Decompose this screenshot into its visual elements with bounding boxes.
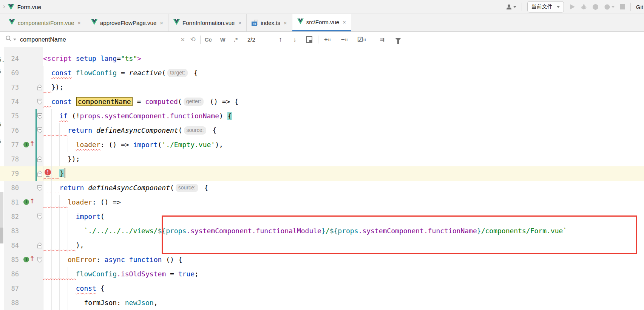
run-with-coverage-button[interactable] (592, 4, 599, 10)
line-number[interactable]: 76 (4, 123, 19, 138)
line-number[interactable]: 87 (4, 281, 19, 296)
code-text: const componentName = computed(getter: (… (43, 95, 238, 109)
tab-close-icon[interactable]: × (238, 20, 241, 26)
fold-marker-icon[interactable] (37, 127, 42, 133)
clipped-edge-text: 5 (0, 68, 1, 75)
implementation-gutter-icon[interactable]: I↑ (23, 199, 35, 206)
implementation-gutter-icon[interactable]: I↑ (23, 256, 35, 263)
search-mode-caret-icon[interactable] (13, 39, 16, 40)
whole-words-toggle[interactable]: W (220, 36, 225, 43)
git-menu[interactable]: Git (636, 4, 643, 10)
tab-close-icon[interactable]: × (160, 20, 163, 26)
line-number[interactable]: 82 (4, 209, 19, 224)
open-in-find-window-icon[interactable] (306, 32, 312, 47)
tab-close-icon[interactable]: × (284, 20, 287, 26)
run-configuration-selector[interactable]: 当前文件 (527, 1, 564, 12)
code-line-78[interactable]: 78 }); (0, 152, 644, 166)
line-number[interactable]: 73 (4, 80, 19, 95)
code-text: loader: () => (43, 195, 121, 209)
fold-marker-icon[interactable] (37, 214, 42, 220)
match-case-toggle[interactable]: Cc (205, 36, 212, 43)
parameter-hint: getter: (184, 98, 204, 106)
code-editor[interactable]: 24<script setup lang="ts">69 const flowC… (0, 47, 644, 310)
fold-marker-icon[interactable] (37, 170, 42, 177)
line-number[interactable]: 69 (4, 66, 19, 80)
code-line-81[interactable]: 81I↑ loader: () => (0, 195, 644, 209)
fold-marker-icon[interactable] (37, 99, 42, 105)
fold-marker-icon[interactable] (37, 257, 42, 263)
line-number[interactable]: 81 (4, 195, 19, 209)
fold-marker-icon[interactable] (37, 113, 42, 119)
search-field-divider (200, 36, 201, 44)
code-line-87[interactable]: 87 const { (0, 281, 644, 296)
tab-label: src\Form.vue (306, 19, 340, 25)
tab-close-icon[interactable]: × (77, 20, 81, 26)
line-number[interactable]: 83 (4, 224, 19, 238)
fold-marker-icon[interactable] (37, 185, 42, 191)
line-number[interactable]: 80 (4, 181, 19, 195)
code-line-88[interactable]: 88 formJson: newJson, (0, 296, 644, 310)
code-text: } (43, 166, 65, 181)
search-icon[interactable] (5, 35, 12, 44)
search-input[interactable]: componentName × ⟲ Cc W .* (0, 32, 242, 47)
fold-marker-icon[interactable] (37, 84, 42, 90)
debug-button[interactable] (581, 4, 587, 10)
regex-toggle[interactable]: .* (234, 36, 238, 43)
implementation-gutter-icon[interactable]: I↑ (23, 141, 35, 148)
tab-close-icon[interactable]: × (343, 19, 346, 25)
line-number[interactable]: 79 (4, 166, 19, 181)
line-number[interactable]: 86 (4, 267, 19, 281)
tab-approveFlowPage.vue[interactable]: approveFlowPage.vue× (86, 14, 168, 31)
next-occurrence-button[interactable]: ↓ (293, 32, 297, 47)
tab-src-Form.vue[interactable]: src\Form.vue× (292, 14, 351, 31)
breadcrumb-chevron-icon[interactable]: › (3, 3, 5, 10)
user-account-icon[interactable] (506, 4, 516, 10)
code-text: loader: () => import('./Empty.vue'), (43, 138, 223, 152)
line-number[interactable]: 75 (4, 109, 19, 123)
code-line-76[interactable]: 76 return defineAsyncComponent(source: { (0, 123, 644, 138)
line-number[interactable]: 78 (4, 152, 19, 166)
line-number[interactable]: 85 (4, 253, 19, 267)
text-cursor (65, 168, 65, 178)
code-line-77[interactable]: 77I↑ loader: () => import('./Empty.vue')… (0, 138, 644, 152)
code-line-82[interactable]: 82 import( (0, 209, 644, 224)
line-number[interactable]: 24 (4, 51, 19, 66)
code-text: if (!props.systemComponent.functionName)… (43, 109, 232, 123)
code-line-85[interactable]: 85I↑ onError: async function () { (0, 253, 644, 267)
line-number[interactable]: 74 (4, 95, 19, 109)
search-query-text[interactable]: componentName (20, 36, 181, 43)
run-configuration-label: 当前文件 (531, 3, 553, 10)
tab-index.ts[interactable]: TSindex.ts× (247, 14, 292, 31)
clear-search-icon[interactable]: × (181, 36, 185, 44)
remove-occurrence-button[interactable]: −II (341, 32, 348, 47)
stop-button[interactable] (620, 4, 625, 9)
previous-occurrence-button[interactable]: ↑ (279, 32, 282, 47)
line-number[interactable]: 88 (4, 296, 19, 310)
tab-FormInformation.vue[interactable]: FormInformation.vue× (168, 14, 247, 31)
code-line-69[interactable]: 69 const flowConfig = reactive(target: { (0, 66, 644, 80)
code-line-84[interactable]: 84 ), (0, 238, 644, 253)
line-number[interactable]: 77 (4, 138, 19, 152)
add-occurrence-button[interactable]: +II (324, 32, 331, 47)
typescript-file-icon: TS (252, 20, 258, 26)
line-number[interactable]: 84 (4, 238, 19, 253)
fold-marker-icon[interactable] (37, 156, 42, 162)
code-line-73[interactable]: 73 }); (0, 80, 644, 95)
code-line-86[interactable]: 86 flowConfig.isOldSystem = true; (0, 267, 644, 281)
change-marker (36, 123, 37, 138)
run-button[interactable] (569, 4, 575, 10)
profiler-button[interactable] (604, 4, 615, 10)
code-line-80[interactable]: 80 return defineAsyncComponent(source: { (0, 181, 644, 195)
filter-search-results-icon[interactable] (395, 32, 401, 47)
code-line-79[interactable]: 79! } (0, 166, 644, 181)
fold-marker-icon[interactable] (37, 242, 42, 248)
code-line-74[interactable]: 74 const componentName = computed(getter… (0, 95, 644, 109)
tab-components-Form.vue[interactable]: components\Form.vue× (4, 14, 86, 31)
code-text: const flowConfig = reactive(target: { (43, 66, 198, 80)
search-results-lines-icon[interactable]: ≡I (380, 32, 384, 47)
code-line-83[interactable]: 83 `./../../../views/${props.systemCompo… (0, 224, 644, 238)
code-line-24[interactable]: 24<script setup lang="ts"> (0, 51, 644, 66)
select-all-occurrences-button[interactable]: ☑II (357, 32, 366, 47)
code-line-75[interactable]: 75 if (!props.systemComponent.functionNa… (0, 109, 644, 123)
search-history-icon[interactable]: ⟲ (190, 36, 195, 43)
